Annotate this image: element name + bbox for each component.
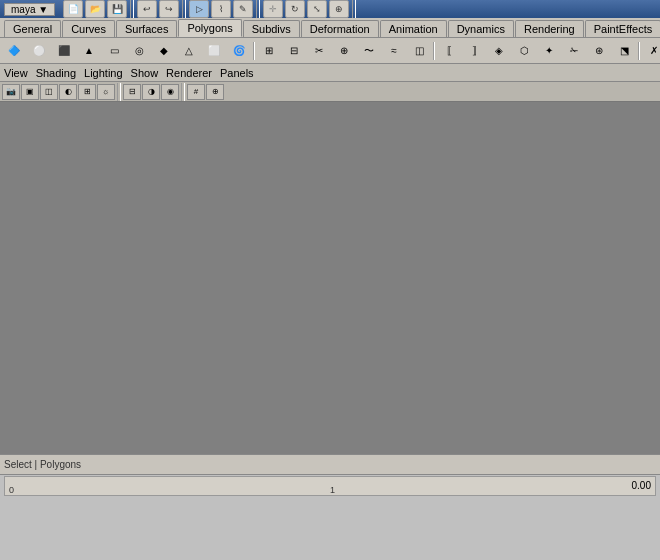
sep4 bbox=[352, 0, 356, 18]
tick-1: 1 bbox=[330, 485, 335, 495]
dropdown-maya[interactable]: maya ▼ bbox=[4, 3, 55, 16]
tab-curves[interactable]: Curves bbox=[62, 20, 115, 37]
offset-icon[interactable]: ⬔ bbox=[612, 39, 636, 63]
tab-general[interactable]: General bbox=[4, 20, 61, 37]
delete-edge-icon[interactable]: ✗ bbox=[642, 39, 660, 63]
tab-animation[interactable]: Animation bbox=[380, 20, 447, 37]
vp-hud-btn[interactable]: ⊕ bbox=[206, 84, 224, 100]
wedge-icon[interactable]: ⬡ bbox=[512, 39, 536, 63]
vp-filmgate-btn[interactable]: ▣ bbox=[21, 84, 39, 100]
redo-btn[interactable]: ↪ bbox=[159, 0, 179, 18]
cube-icon[interactable]: 🔷 bbox=[2, 39, 26, 63]
tab-subdivs[interactable]: Subdivs bbox=[243, 20, 300, 37]
vp-menu-shading[interactable]: Shading bbox=[36, 67, 76, 79]
viewport-toolbar: 📷 ▣ ◫ ◐ ⊞ ☼ ⊟ ◑ ◉ # ⊕ bbox=[0, 82, 660, 102]
new-file-btn[interactable]: 📄 bbox=[63, 0, 83, 18]
tab-polygons[interactable]: Polygons bbox=[178, 19, 241, 37]
tab-deformation[interactable]: Deformation bbox=[301, 20, 379, 37]
vp-menu-panels[interactable]: Panels bbox=[220, 67, 254, 79]
insert-icon[interactable]: ⊛ bbox=[587, 39, 611, 63]
smooth-icon[interactable]: 〜 bbox=[357, 39, 381, 63]
tab-painteffects[interactable]: PaintEffects bbox=[585, 20, 660, 37]
average-icon[interactable]: ≈ bbox=[382, 39, 406, 63]
viewport-menu-bar: View Shading Lighting Show Renderer Pane… bbox=[0, 64, 660, 82]
vp-shading-btn[interactable]: ◐ bbox=[59, 84, 77, 100]
main-menu-tabs: General Curves Surfaces Polygons Subdivs… bbox=[0, 18, 660, 38]
title-bar: maya ▼ 📄 📂 💾 ↩ ↪ ▷ ⌇ ✎ ✛ ↻ ⤡ ⊕ bbox=[0, 0, 660, 18]
plane-icon[interactable]: ▭ bbox=[102, 39, 126, 63]
pipe-icon[interactable]: ⬜ bbox=[202, 39, 226, 63]
timeline[interactable]: 0 1 0.00 bbox=[4, 476, 656, 496]
vp-sep1 bbox=[117, 83, 121, 101]
vp-menu-renderer[interactable]: Renderer bbox=[166, 67, 212, 79]
cut-icon[interactable]: ✁ bbox=[562, 39, 586, 63]
status-bar: Select | Polygons bbox=[0, 454, 660, 474]
mirror-icon[interactable]: ◫ bbox=[407, 39, 431, 63]
move-btn[interactable]: ✛ bbox=[263, 0, 283, 18]
sep2 bbox=[182, 0, 186, 18]
tab-surfaces[interactable]: Surfaces bbox=[116, 20, 177, 37]
sep-icons2 bbox=[433, 42, 435, 60]
sep-icons1 bbox=[253, 42, 255, 60]
sep-icons3 bbox=[638, 42, 640, 60]
pyramid-icon[interactable]: △ bbox=[177, 39, 201, 63]
save-file-btn[interactable]: 💾 bbox=[107, 0, 127, 18]
viewport-container: View Shading Lighting Show Renderer Pane… bbox=[0, 64, 660, 454]
vp-smooth-btn[interactable]: ◑ bbox=[142, 84, 160, 100]
sep3 bbox=[256, 0, 260, 18]
toolbar-icons: 📄 📂 💾 ↩ ↪ ▷ ⌇ ✎ ✛ ↻ ⤡ ⊕ bbox=[63, 0, 357, 18]
icon-toolbar-1: 🔷 ⚪ ⬛ ▲ ▭ ◎ ◆ △ ⬜ 🌀 ⊞ ⊟ ✂ ⊕ 〜 ≈ ◫ ⟦ ⟧ ◈ … bbox=[0, 38, 660, 64]
vp-wireframe-btn[interactable]: ⊟ bbox=[123, 84, 141, 100]
vp-menu-view[interactable]: View bbox=[4, 67, 28, 79]
vp-menu-lighting[interactable]: Lighting bbox=[84, 67, 123, 79]
vp-light-btn[interactable]: ☼ bbox=[97, 84, 115, 100]
combine-icon[interactable]: ⊞ bbox=[257, 39, 281, 63]
vp-texture-btn[interactable]: ⊞ bbox=[78, 84, 96, 100]
torus-icon[interactable]: ◎ bbox=[127, 39, 151, 63]
cone-icon[interactable]: ▲ bbox=[77, 39, 101, 63]
select-btn[interactable]: ▷ bbox=[189, 0, 209, 18]
extrude-icon[interactable]: ⟦ bbox=[437, 39, 461, 63]
extract-icon[interactable]: ✂ bbox=[307, 39, 331, 63]
vp-menu-show[interactable]: Show bbox=[131, 67, 159, 79]
vp-sep2 bbox=[181, 83, 185, 101]
paint-select-btn[interactable]: ✎ bbox=[233, 0, 253, 18]
vp-xray-btn[interactable]: ◉ bbox=[161, 84, 179, 100]
tab-rendering[interactable]: Rendering bbox=[515, 20, 584, 37]
tab-dynamics[interactable]: Dynamics bbox=[448, 20, 514, 37]
status-text: Select | Polygons bbox=[4, 459, 81, 470]
undo-btn[interactable]: ↩ bbox=[137, 0, 157, 18]
viewport[interactable]: View Shading Lighting Show Renderer Pane… bbox=[0, 64, 660, 454]
bevel-icon[interactable]: ◈ bbox=[487, 39, 511, 63]
boolean-icon[interactable]: ⊕ bbox=[332, 39, 356, 63]
cylinder-icon[interactable]: ⬛ bbox=[52, 39, 76, 63]
lasso-btn[interactable]: ⌇ bbox=[211, 0, 231, 18]
split-icon[interactable]: ✦ bbox=[537, 39, 561, 63]
vp-camera-btn[interactable]: 📷 bbox=[2, 84, 20, 100]
time-value: 0.00 bbox=[632, 480, 651, 491]
rotate-btn[interactable]: ↻ bbox=[285, 0, 305, 18]
bridge-icon[interactable]: ⟧ bbox=[462, 39, 486, 63]
separate-icon[interactable]: ⊟ bbox=[282, 39, 306, 63]
vp-resolution-btn[interactable]: ◫ bbox=[40, 84, 58, 100]
prism-icon[interactable]: ◆ bbox=[152, 39, 176, 63]
vp-grid-btn[interactable]: # bbox=[187, 84, 205, 100]
sphere-icon[interactable]: ⚪ bbox=[27, 39, 51, 63]
universal-btn[interactable]: ⊕ bbox=[329, 0, 349, 18]
timeline-bar: 0 1 0.00 bbox=[0, 474, 660, 496]
helix-icon[interactable]: 🌀 bbox=[227, 39, 251, 63]
sep1 bbox=[130, 0, 134, 18]
scale-btn[interactable]: ⤡ bbox=[307, 0, 327, 18]
open-file-btn[interactable]: 📂 bbox=[85, 0, 105, 18]
tick-0: 0 bbox=[9, 485, 14, 495]
